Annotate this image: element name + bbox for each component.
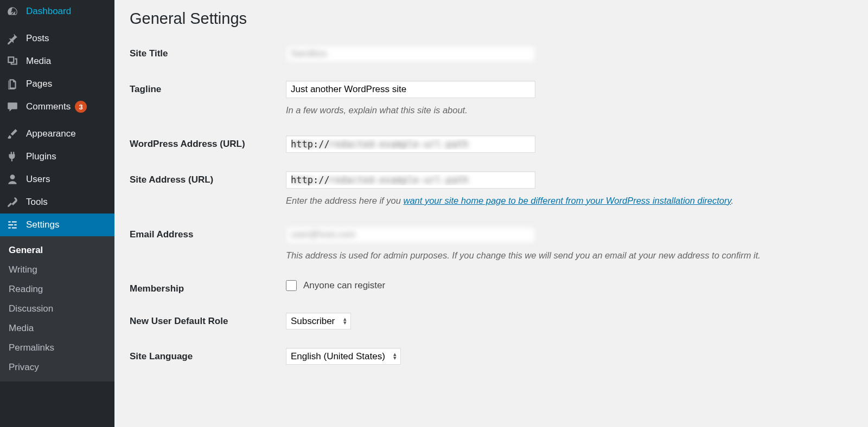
sliders-icon (7, 219, 18, 231)
sidebar-item-media[interactable]: Media (0, 50, 114, 73)
submenu-item-discussion[interactable]: Discussion (0, 299, 114, 319)
submenu-item-permalinks[interactable]: Permalinks (0, 338, 114, 358)
media-icon (7, 55, 18, 67)
label-email: Email Address (130, 226, 286, 240)
row-site-language: Site Language English (United States) ▴▾ (130, 348, 853, 365)
default-role-select[interactable]: Subscriber (286, 313, 351, 329)
sidebar-label: Media (26, 56, 51, 67)
membership-checkbox[interactable] (286, 280, 297, 291)
pin-icon (7, 33, 18, 44)
row-site-title: Site Title Sandbox (130, 45, 853, 62)
label-membership: Membership (130, 280, 286, 294)
main-content: General Settings Site Title Sandbox Tagl… (114, 0, 868, 427)
label-default-role: New User Default Role (130, 313, 286, 327)
membership-checkbox-label[interactable]: Anyone can register (303, 280, 385, 291)
submenu-item-general[interactable]: General (0, 241, 114, 260)
submenu-item-writing[interactable]: Writing (0, 260, 114, 280)
site-url-help: Enter the address here if you want your … (286, 194, 853, 208)
sidebar-item-dashboard[interactable]: Dashboard (0, 0, 114, 23)
submenu-item-media[interactable]: Media (0, 319, 114, 338)
email-help: This address is used for admin purposes.… (286, 249, 853, 262)
sidebar-label: Comments (26, 101, 71, 112)
user-icon (7, 173, 18, 185)
submenu-item-reading[interactable]: Reading (0, 280, 114, 299)
sidebar-item-pages[interactable]: Pages (0, 73, 114, 95)
sidebar-label: Users (26, 174, 50, 185)
sidebar-item-posts[interactable]: Posts (0, 27, 114, 50)
settings-submenu: General Writing Reading Discussion Media… (0, 236, 114, 381)
sidebar-item-appearance[interactable]: Appearance (0, 122, 114, 145)
comments-badge: 3 (75, 101, 87, 113)
row-wp-url: WordPress Address (URL) http://http://re… (130, 135, 853, 153)
sidebar-item-tools[interactable]: Tools (0, 191, 114, 214)
sidebar-item-settings[interactable]: Settings (0, 214, 114, 236)
site-title-input[interactable] (286, 45, 535, 62)
row-email: Email Address user@host.com This address… (130, 226, 853, 262)
sidebar-label: Dashboard (26, 6, 71, 17)
sidebar-label: Settings (26, 219, 59, 230)
brush-icon (7, 128, 18, 140)
label-site-url: Site Address (URL) (130, 171, 286, 185)
tagline-help: In a few words, explain what this site i… (286, 103, 853, 117)
label-site-title: Site Title (130, 45, 286, 59)
sidebar-label: Posts (26, 33, 49, 44)
plug-icon (7, 151, 18, 163)
sidebar-label: Tools (26, 197, 48, 208)
sidebar-label: Plugins (26, 151, 56, 162)
row-membership: Membership Anyone can register (130, 280, 853, 294)
row-default-role: New User Default Role Subscriber ▴▾ (130, 313, 853, 329)
email-input[interactable] (286, 226, 535, 243)
admin-sidebar: Dashboard Posts Media Pages Comments 3 A… (0, 0, 114, 427)
label-tagline: Tagline (130, 81, 286, 95)
pages-icon (7, 78, 18, 90)
sidebar-item-users[interactable]: Users (0, 168, 114, 191)
site-url-input[interactable] (286, 171, 535, 189)
label-site-language: Site Language (130, 348, 286, 362)
page-title: General Settings (130, 10, 853, 28)
sidebar-item-comments[interactable]: Comments 3 (0, 95, 114, 118)
site-language-select[interactable]: English (United States) (286, 348, 401, 365)
comment-icon (7, 101, 18, 113)
label-wp-url: WordPress Address (URL) (130, 135, 286, 150)
sidebar-label: Appearance (26, 128, 76, 139)
row-site-url: Site Address (URL) http://http://redacte… (130, 171, 853, 208)
dashboard-icon (7, 5, 18, 17)
tagline-input[interactable] (286, 81, 535, 98)
row-tagline: Tagline In a few words, explain what thi… (130, 81, 853, 117)
submenu-item-privacy[interactable]: Privacy (0, 358, 114, 377)
site-url-help-link[interactable]: want your site home page to be different… (403, 196, 731, 205)
sidebar-label: Pages (26, 79, 52, 89)
sidebar-item-plugins[interactable]: Plugins (0, 145, 114, 168)
wp-url-input[interactable] (286, 135, 535, 153)
wrench-icon (7, 196, 18, 208)
